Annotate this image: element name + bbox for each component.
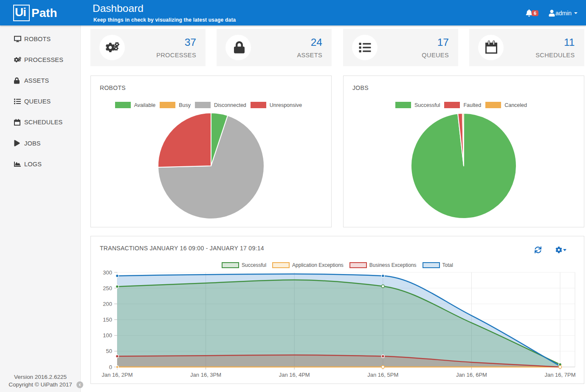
svg-text:200: 200 (103, 301, 112, 307)
svg-text:Jan 16, 4PM: Jan 16, 4PM (279, 372, 310, 378)
svg-text:300: 300 (103, 269, 112, 276)
svg-text:50: 50 (106, 348, 112, 354)
svg-text:Jan 16, 5PM: Jan 16, 5PM (367, 372, 398, 378)
svg-text:Jan 16, 7PM: Jan 16, 7PM (545, 372, 576, 378)
svg-text:100: 100 (103, 332, 112, 339)
svg-text:150: 150 (103, 316, 112, 323)
svg-text:Jan 16, 3PM: Jan 16, 3PM (190, 372, 221, 378)
svg-text:Jan 16, 2PM: Jan 16, 2PM (102, 372, 133, 378)
svg-text:250: 250 (103, 285, 112, 291)
svg-text:0: 0 (109, 364, 112, 370)
svg-text:Jan 16, 6PM: Jan 16, 6PM (456, 372, 487, 378)
